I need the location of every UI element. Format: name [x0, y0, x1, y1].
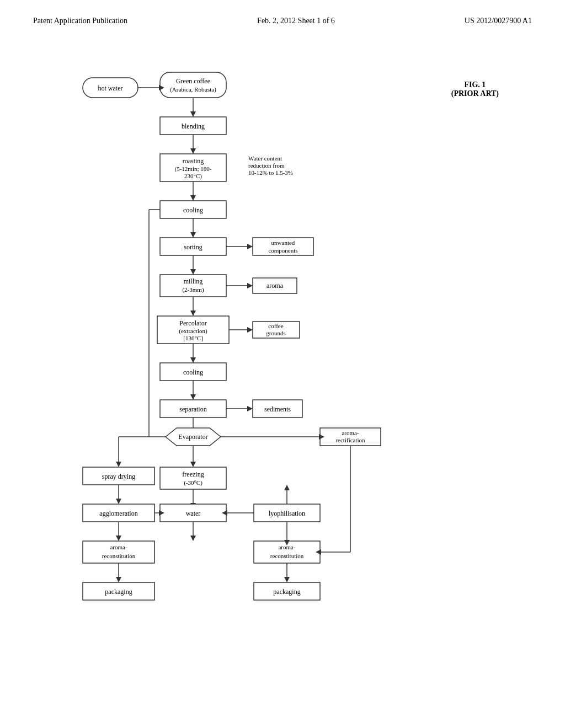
- svg-marker-78: [190, 462, 196, 467]
- svg-text:reconstitution: reconstitution: [270, 553, 304, 559]
- svg-text:reconstitution: reconstitution: [102, 553, 136, 559]
- svg-text:Evaporator: Evaporator: [178, 433, 207, 441]
- svg-text:water: water: [186, 510, 201, 517]
- svg-marker-47: [247, 327, 253, 333]
- header-left: Patent Application Publication: [33, 17, 127, 25]
- svg-text:packaging: packaging: [273, 588, 300, 596]
- svg-marker-97: [284, 485, 290, 490]
- svg-marker-6: [190, 111, 196, 117]
- svg-text:Water content: Water content: [248, 155, 282, 162]
- svg-marker-10: [190, 148, 196, 154]
- svg-text:sorting: sorting: [184, 243, 202, 251]
- svg-marker-52: [190, 357, 196, 363]
- svg-text:agglomeration: agglomeration: [99, 510, 137, 517]
- svg-text:(5-12min; 180-: (5-12min; 180-: [175, 165, 212, 173]
- svg-marker-99: [190, 536, 196, 541]
- svg-marker-41: [190, 311, 196, 316]
- svg-text:cooling: cooling: [183, 368, 203, 376]
- header-mid: Feb. 2, 2012 Sheet 1 of 6: [257, 17, 335, 25]
- svg-marker-27: [247, 244, 253, 249]
- svg-text:[130°C]: [130°C]: [183, 335, 203, 341]
- svg-text:(2-3mm): (2-3mm): [182, 286, 204, 293]
- svg-text:components: components: [268, 247, 297, 254]
- svg-text:aroma: aroma: [266, 282, 284, 290]
- svg-text:Percolator: Percolator: [179, 319, 206, 327]
- svg-text:spray drying: spray drying: [102, 473, 135, 480]
- svg-text:grounds: grounds: [266, 330, 285, 336]
- svg-text:aroma-: aroma-: [110, 544, 127, 550]
- diagram-svg: hot water Green coffee (Arabica, Robusta…: [33, 47, 532, 687]
- svg-text:freezing: freezing: [182, 470, 204, 478]
- svg-text:rectification: rectification: [335, 437, 365, 443]
- svg-marker-60: [247, 406, 253, 411]
- svg-marker-23: [190, 232, 196, 238]
- svg-text:(-30°C): (-30°C): [184, 479, 202, 486]
- svg-text:blending: blending: [182, 122, 205, 130]
- svg-text:230°C): 230°C): [184, 173, 202, 180]
- svg-text:packaging: packaging: [105, 588, 132, 596]
- header-right: US 2012/0027900 A1: [465, 17, 532, 25]
- svg-text:10-12% to 1.5-3%: 10-12% to 1.5-3%: [248, 169, 293, 176]
- svg-text:(Arabica, Robusta): (Arabica, Robusta): [170, 86, 216, 93]
- header: Patent Application Publication Feb. 2, 2…: [33, 17, 532, 25]
- svg-text:Green coffee: Green coffee: [176, 77, 210, 85]
- svg-marker-56: [190, 394, 196, 400]
- svg-marker-114: [116, 577, 121, 582]
- svg-text:coffee: coffee: [268, 323, 283, 329]
- svg-text:sediments: sediments: [264, 405, 291, 413]
- svg-text:reduction from: reduction from: [248, 162, 285, 169]
- diagram: FIG. 1 (PRIOR ART) hot water Green coffe…: [33, 47, 532, 687]
- svg-marker-37: [247, 283, 253, 288]
- page: Patent Application Publication Feb. 2, 2…: [0, 0, 565, 728]
- svg-rect-2: [160, 72, 226, 98]
- svg-marker-83: [116, 499, 121, 504]
- svg-text:unwanted: unwanted: [271, 239, 295, 246]
- svg-marker-118: [284, 577, 290, 582]
- svg-text:roasting: roasting: [183, 157, 204, 165]
- svg-text:aroma-: aroma-: [342, 430, 359, 436]
- svg-marker-109: [116, 536, 121, 541]
- svg-text:cooling: cooling: [183, 206, 203, 214]
- svg-text:separation: separation: [179, 405, 206, 413]
- svg-text:hot water: hot water: [98, 84, 123, 92]
- svg-text:lyophilisation: lyophilisation: [269, 510, 305, 517]
- svg-marker-19: [190, 195, 196, 201]
- svg-marker-32: [190, 269, 196, 275]
- svg-text:milling: milling: [184, 277, 203, 285]
- svg-marker-74: [116, 462, 121, 467]
- svg-text:(extraction): (extraction): [179, 328, 207, 335]
